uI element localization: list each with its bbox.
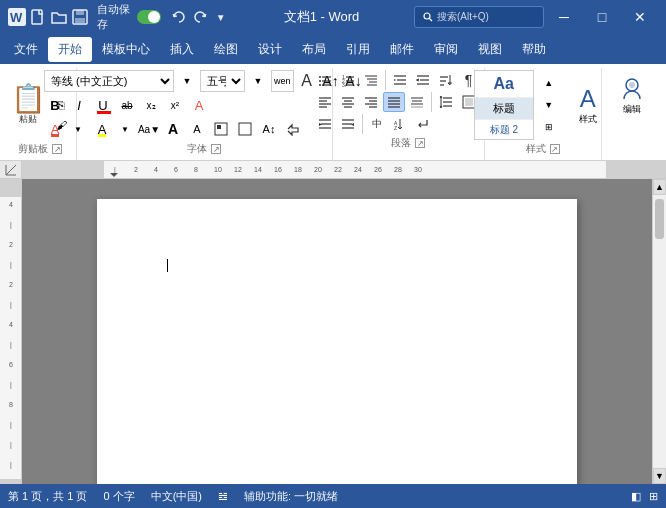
- sort-button[interactable]: [435, 70, 457, 90]
- paragraph-expand[interactable]: ↗: [415, 138, 425, 148]
- document-title: 文档1 - Word: [229, 8, 414, 26]
- font-expand[interactable]: ↗: [211, 144, 221, 154]
- left-indent-button[interactable]: [314, 114, 336, 134]
- menu-layout[interactable]: 布局: [292, 37, 336, 62]
- clear-format-button[interactable]: A: [188, 94, 210, 116]
- menu-draw[interactable]: 绘图: [204, 37, 248, 62]
- justify-button[interactable]: [383, 92, 405, 112]
- ruler-area: 8 6 4 2 | 2 4 6 8 10 12 14 16 18 20 22 2…: [0, 161, 666, 179]
- increase-indent-button[interactable]: [412, 70, 434, 90]
- save-icon[interactable]: [72, 7, 89, 27]
- styles-scroll-down[interactable]: ▼: [538, 95, 560, 115]
- svg-text:|: |: [114, 166, 116, 174]
- ruler-corner[interactable]: [0, 161, 22, 179]
- paragraph-group: 1.2.3. ¶: [333, 68, 485, 160]
- numbered-list-button[interactable]: 1.2.3.: [337, 70, 359, 90]
- superscript-button[interactable]: x²: [164, 94, 186, 116]
- italic-button[interactable]: I: [68, 94, 90, 116]
- accessibility-icon: 𝌤: [218, 490, 228, 503]
- ribbon: 📋 粘贴 ✂ ⎘ 🖌 剪贴板 ↗ 等线 (中文正文): [0, 64, 666, 161]
- menu-design[interactable]: 设计: [248, 37, 292, 62]
- font-size-select[interactable]: 五号: [200, 70, 245, 92]
- menu-file[interactable]: 文件: [4, 37, 48, 62]
- align-left-button[interactable]: [314, 92, 336, 112]
- styles-scroll-up[interactable]: ▲: [538, 73, 560, 93]
- font-family-select[interactable]: 等线 (中文正文): [44, 70, 174, 92]
- highlight-dropdown[interactable]: ▼: [114, 118, 136, 140]
- new-doc-icon[interactable]: [30, 7, 47, 27]
- autosave-toggle[interactable]: [137, 10, 160, 24]
- paste-button[interactable]: 📋 粘贴: [8, 81, 48, 130]
- menu-references[interactable]: 引用: [336, 37, 380, 62]
- styles-group: Aa 标题 标题 2 ▲ ▼ ⊞ A 样式 样式 ↗: [485, 68, 602, 160]
- styles-more[interactable]: ⊞: [538, 117, 560, 137]
- minimize-button[interactable]: ─: [546, 0, 582, 34]
- more-icon[interactable]: ▼: [212, 7, 229, 27]
- strikethrough-button[interactable]: ab: [116, 94, 138, 116]
- search-box[interactable]: 搜索(Alt+Q): [414, 6, 544, 28]
- open-icon[interactable]: [51, 7, 68, 27]
- multilevel-list-button[interactable]: [360, 70, 382, 90]
- sort-asc-btn[interactable]: A↕: [258, 118, 280, 140]
- menu-review[interactable]: 审阅: [424, 37, 468, 62]
- page-content[interactable]: [167, 259, 507, 484]
- font-color-button[interactable]: A: [44, 118, 66, 140]
- scroll-down-button[interactable]: ▼: [653, 468, 666, 484]
- svg-rect-60: [465, 98, 473, 106]
- font-color-dropdown[interactable]: ▼: [67, 118, 89, 140]
- bold-button[interactable]: B: [44, 94, 66, 116]
- title-bar: W 自动保存 ▼ 文档1 - Word 搜索(Alt+Q) ─ □: [0, 0, 666, 34]
- highlight-group: A ▼: [91, 118, 136, 140]
- aa-button[interactable]: Aa▼: [138, 118, 160, 140]
- document-area[interactable]: [22, 179, 652, 484]
- chinese-layout-button[interactable]: 中: [366, 114, 388, 134]
- right-indent-button[interactable]: [337, 114, 359, 134]
- menu-help[interactable]: 帮助: [512, 37, 556, 62]
- redo-icon[interactable]: [191, 7, 208, 27]
- subscript-button[interactable]: x₂: [140, 94, 162, 116]
- style-heading2[interactable]: 标题 2: [475, 120, 533, 140]
- editing-button[interactable]: 编辑: [606, 70, 658, 121]
- scroll-up-button[interactable]: ▲: [653, 179, 666, 195]
- font-size-inc[interactable]: A: [162, 118, 184, 140]
- scroll-track[interactable]: [653, 195, 666, 468]
- underline-button[interactable]: U: [92, 94, 114, 116]
- style-normal[interactable]: Aa: [475, 71, 533, 98]
- font-label: 字体 ↗: [83, 140, 326, 158]
- menu-template[interactable]: 模板中心: [92, 37, 160, 62]
- text-cursor: [167, 259, 168, 272]
- sort-za-button[interactable]: AZ: [389, 114, 411, 134]
- svg-text:14: 14: [254, 166, 262, 173]
- menu-mailings[interactable]: 邮件: [380, 37, 424, 62]
- maximize-button[interactable]: □: [584, 0, 620, 34]
- scroll-thumb[interactable]: [655, 199, 664, 239]
- decrease-indent-button[interactable]: [389, 70, 411, 90]
- style-heading1[interactable]: 标题: [475, 98, 533, 120]
- menu-insert[interactable]: 插入: [160, 37, 204, 62]
- line-spacing-button[interactable]: [435, 92, 457, 112]
- bullet-list-button[interactable]: [314, 70, 336, 90]
- clipboard-expand[interactable]: ↗: [52, 144, 62, 154]
- font-family-expand[interactable]: ▼: [176, 70, 198, 92]
- font-shading-btn[interactable]: [210, 118, 232, 140]
- align-center-button[interactable]: [337, 92, 359, 112]
- scrollbar-vertical[interactable]: ▲ ▼: [652, 179, 666, 484]
- view-icon-right[interactable]: ⊞: [649, 490, 658, 503]
- font-border-btn[interactable]: [234, 118, 256, 140]
- align-right-button[interactable]: [360, 92, 382, 112]
- status-bar: 第 1 页，共 1 页 0 个字 中文(中国) 𝌤 辅助功能: 一切就绪 ◧ ⊞: [0, 484, 666, 508]
- styles-expand[interactable]: ↗: [550, 144, 560, 154]
- menu-view[interactable]: 视图: [468, 37, 512, 62]
- enter-return-btn[interactable]: [282, 118, 304, 140]
- align-distribute-button[interactable]: [406, 92, 428, 112]
- close-button[interactable]: ✕: [622, 0, 658, 34]
- font-size-expand[interactable]: ▼: [247, 70, 269, 92]
- menu-home[interactable]: 开始: [48, 37, 92, 62]
- linebreak-button[interactable]: [412, 114, 434, 134]
- highlight-button[interactable]: A: [91, 118, 113, 140]
- view-icon-left[interactable]: ◧: [631, 490, 641, 503]
- undo-icon[interactable]: [171, 7, 188, 27]
- search-icon: [423, 12, 433, 22]
- font-size-dec[interactable]: A: [186, 118, 208, 140]
- page[interactable]: [97, 199, 577, 484]
